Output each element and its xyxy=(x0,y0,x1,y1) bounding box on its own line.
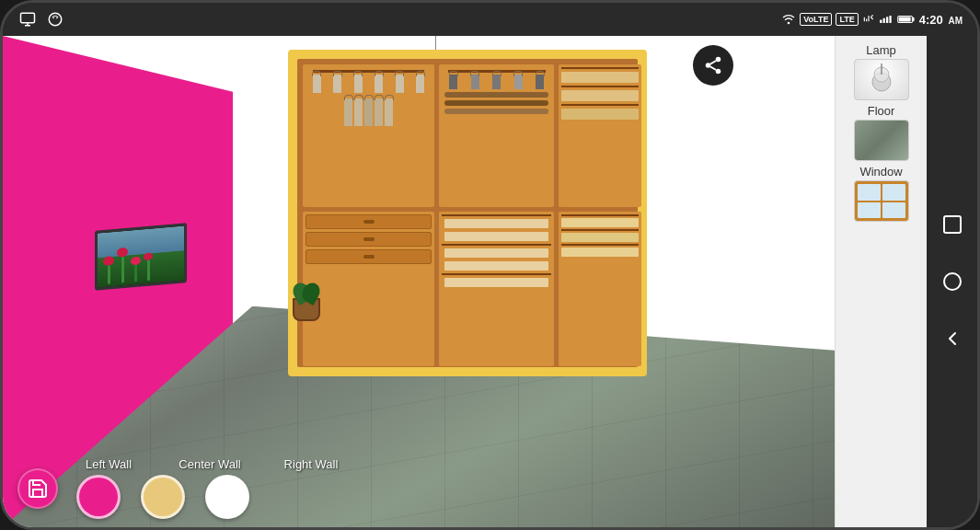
shelf-content-5 xyxy=(444,278,548,287)
wardrobe-bottom-center xyxy=(439,212,554,366)
shelf-div-1 xyxy=(442,214,551,216)
svg-rect-9 xyxy=(886,17,888,23)
flower-1 xyxy=(103,256,114,284)
shoe-row-3 xyxy=(444,109,548,114)
shelf-br-item-2 xyxy=(561,233,639,242)
tv-screen xyxy=(98,226,184,288)
svg-rect-22 xyxy=(944,216,961,233)
svg-point-15 xyxy=(706,63,711,68)
dark-shirt-5 xyxy=(536,75,544,89)
nav-bar xyxy=(927,36,977,527)
color-swatches xyxy=(58,475,687,519)
wardrobe-top-center xyxy=(439,64,554,207)
bottom-clothes xyxy=(340,98,397,126)
flower-2 xyxy=(117,248,128,283)
shelf-br-3 xyxy=(561,244,639,246)
android-icon xyxy=(45,9,65,29)
flower-4 xyxy=(144,253,153,282)
wifi-icon xyxy=(781,12,796,27)
left-wall-swatch[interactable] xyxy=(76,475,121,519)
dark-shirt-1 xyxy=(449,75,457,89)
center-wall-label: Center Wall xyxy=(178,457,242,471)
flower-stem-4 xyxy=(147,260,150,281)
plant xyxy=(293,282,320,321)
dark-shirt-4 xyxy=(514,75,523,89)
svg-line-18 xyxy=(710,61,716,64)
shelf-content-1 xyxy=(444,219,548,228)
svg-point-23 xyxy=(944,273,961,290)
svg-point-4 xyxy=(52,17,54,19)
drawer-2 xyxy=(306,232,432,247)
window-pane-4 xyxy=(882,202,905,219)
status-left-icons xyxy=(17,9,65,29)
back-icon xyxy=(941,328,963,350)
shelf-1 xyxy=(561,67,639,69)
shelf-items-bottom xyxy=(439,212,554,291)
drawer-handle-2 xyxy=(363,237,375,241)
signal-arrows-icon xyxy=(862,13,875,26)
shelf-content-2 xyxy=(444,232,548,241)
room-scene: Left Wall Center Wall Right Wall xyxy=(3,36,835,527)
wardrobe-grid xyxy=(297,59,638,367)
tv xyxy=(95,223,187,291)
lte-badge: LTE xyxy=(836,13,858,26)
floor-thumbnail xyxy=(854,120,909,161)
panel-item-window[interactable]: Window xyxy=(841,165,922,222)
shelf-br-1 xyxy=(561,214,639,216)
drawer-section xyxy=(303,212,434,267)
shirt-3 xyxy=(354,75,363,93)
svg-rect-12 xyxy=(912,17,914,21)
time-value: 4:20 xyxy=(919,13,943,27)
main-area: Left Wall Center Wall Right Wall Lamp xyxy=(3,36,977,527)
svg-rect-8 xyxy=(882,18,884,23)
shelf-content-3 xyxy=(444,248,548,258)
shirt-5 xyxy=(396,75,404,93)
shirt-6 xyxy=(416,75,424,93)
shirt-1 xyxy=(313,75,321,93)
shelves-top xyxy=(559,64,641,122)
flower-stem-1 xyxy=(108,266,110,284)
wardrobe-top-left xyxy=(303,64,434,207)
long-shirt-1 xyxy=(344,98,352,126)
shelf-3 xyxy=(561,104,639,106)
status-bar: VoLTE LTE 4:20 AM xyxy=(3,3,977,36)
shoe-area xyxy=(444,92,548,114)
hangers-top-center xyxy=(439,75,554,89)
window-thumbnail xyxy=(854,180,909,222)
window-pane-3 xyxy=(858,202,881,219)
battery-icon xyxy=(897,13,916,26)
share-button[interactable] xyxy=(693,45,733,86)
wardrobe xyxy=(288,50,647,376)
menu-button[interactable] xyxy=(938,210,967,239)
plant-leaves xyxy=(294,282,319,303)
svg-point-3 xyxy=(49,13,62,26)
lamp-thumbnail xyxy=(854,59,909,100)
home-button[interactable] xyxy=(938,267,967,296)
floor-label: Floor xyxy=(868,104,895,118)
svg-line-17 xyxy=(710,66,716,70)
drawer-1 xyxy=(306,214,432,229)
wardrobe-background xyxy=(288,50,647,376)
lamp-label: Lamp xyxy=(866,43,896,57)
shelf-div-3 xyxy=(442,273,551,275)
wardrobe-bottom-right xyxy=(559,212,641,366)
drawer-3 xyxy=(306,249,432,264)
panel-item-floor[interactable]: Floor xyxy=(841,104,922,161)
share-icon xyxy=(703,55,723,75)
back-button[interactable] xyxy=(938,324,967,353)
center-wall-swatch[interactable] xyxy=(141,475,185,519)
wall-labels: Left Wall Center Wall Right Wall xyxy=(58,457,687,471)
right-wall-swatch[interactable] xyxy=(205,475,249,519)
shelf-div-2 xyxy=(442,244,551,246)
left-wall-label: Left Wall xyxy=(76,457,141,471)
status-right-area: VoLTE LTE 4:20 AM xyxy=(781,12,963,27)
long-shirt-5 xyxy=(385,98,393,126)
window-pane-1 xyxy=(858,184,881,201)
hangers-top-left xyxy=(303,75,434,93)
svg-rect-10 xyxy=(889,16,891,23)
long-shirt-3 xyxy=(364,98,373,126)
shelf-item-1 xyxy=(561,72,639,83)
panel-item-lamp[interactable]: Lamp xyxy=(841,43,922,100)
shelf-item-3 xyxy=(561,109,639,120)
flower-3 xyxy=(131,257,141,282)
